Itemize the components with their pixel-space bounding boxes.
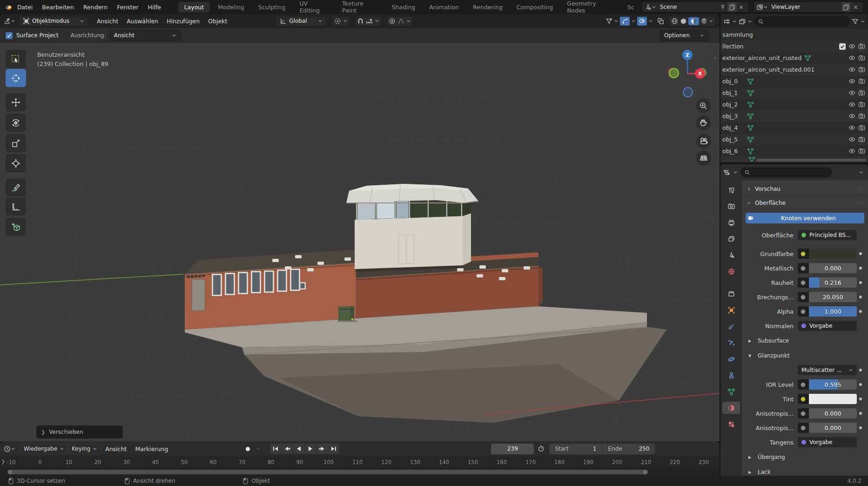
subpanel-subsurface[interactable]: ▶Subsurface: [742, 335, 868, 347]
viewport-3d[interactable]: Benutzeransicht (239) Collection | obj_8…: [0, 43, 720, 441]
zoom-button[interactable]: [696, 98, 711, 113]
eye-icon[interactable]: [848, 78, 855, 85]
eye-icon[interactable]: [848, 148, 855, 155]
outliner-horizontal-scrollbar[interactable]: [756, 159, 866, 162]
keyframe-dot[interactable]: [857, 383, 864, 386]
tab-world-properties[interactable]: [722, 265, 740, 277]
tint-color-field[interactable]: [809, 394, 857, 404]
menu-fenster[interactable]: Fenster: [112, 4, 143, 11]
tool-select-box[interactable]: [6, 50, 26, 68]
region-collapse-arrow[interactable]: ‹: [714, 54, 716, 61]
outliner-row-object[interactable]: exterior_aircon_unit_rusted: [720, 52, 868, 64]
editor-type-icon[interactable]: [4, 446, 11, 452]
navigation-gizmo[interactable]: X Z: [668, 49, 715, 99]
eye-icon[interactable]: [848, 124, 855, 131]
keyframe-dot[interactable]: [857, 398, 864, 400]
end-frame-field[interactable]: Ende 250: [602, 444, 655, 454]
properties-search-input[interactable]: [753, 169, 828, 176]
tab-uv-editing[interactable]: UV Editing: [293, 0, 334, 16]
tab-geometry-nodes[interactable]: Geometry Nodes: [561, 0, 619, 16]
chevron-down-icon[interactable]: [709, 19, 713, 23]
ausrichtung-select[interactable]: Ansicht: [110, 30, 181, 41]
chevron-down-icon[interactable]: [861, 19, 865, 24]
roughness-slider[interactable]: 0.216: [809, 277, 857, 288]
anisotropic-rotation-slider[interactable]: 0.000: [809, 423, 857, 433]
pan-hand-button[interactable]: [696, 115, 711, 130]
alpha-slider[interactable]: 1.000: [809, 306, 857, 317]
current-frame-field[interactable]: 239: [491, 444, 534, 454]
previous-keyframe-button[interactable]: [282, 444, 293, 454]
outliner-search[interactable]: [754, 17, 850, 27]
blender-logo[interactable]: [4, 2, 13, 12]
shading-wireframe-toggle[interactable]: [671, 17, 679, 25]
tab-compositing[interactable]: Compositing: [511, 2, 559, 13]
timeline-ruler[interactable]: ❯ -10 0 10 20 30 40 50 60 70 80 90 100 1…: [0, 456, 720, 468]
keyframe-dot[interactable]: [857, 426, 864, 429]
tab-sculpting[interactable]: Sculpting: [252, 2, 291, 13]
tab-scene-properties[interactable]: [722, 249, 740, 261]
scene-selector[interactable]: Scene: [641, 1, 749, 13]
outliner-row-object[interactable]: exterior_aircon_unit_rusted.001: [720, 64, 868, 75]
eye-icon[interactable]: [848, 43, 855, 50]
keyframe-dot[interactable]: [857, 267, 864, 270]
tab-viewlayer-properties[interactable]: [722, 233, 740, 245]
eye-icon[interactable]: [848, 113, 855, 120]
camera-render-icon[interactable]: [858, 113, 865, 120]
keyframe-dot[interactable]: [857, 369, 864, 371]
menu-bearbeiten[interactable]: Bearbeiten: [37, 4, 79, 11]
viewlayer-selector[interactable]: ViewLayer: [753, 1, 863, 13]
pin-icon[interactable]: [718, 2, 727, 12]
mode-selector[interactable]: Objektmodus: [19, 16, 88, 27]
multiscatter-select[interactable]: Multiscatter ...: [798, 365, 857, 375]
input-socket-button[interactable]: [798, 263, 809, 273]
camera-render-icon[interactable]: [858, 54, 865, 61]
outliner-row-object[interactable]: obj_3: [720, 110, 868, 122]
panel-oberflaeche[interactable]: Oberfläche ::::: [742, 197, 868, 209]
tab-rendering[interactable]: Rendering: [467, 2, 509, 13]
metallic-slider[interactable]: 0.000: [809, 263, 857, 273]
menu-hilfe[interactable]: Hilfe: [143, 4, 166, 11]
tool-transform[interactable]: [6, 154, 26, 172]
camera-render-icon[interactable]: [858, 136, 865, 143]
expand-arrow[interactable]: ❯: [1, 459, 5, 465]
input-socket-button[interactable]: [798, 292, 809, 302]
keyframe-dot[interactable]: [857, 281, 864, 284]
xray-toggle[interactable]: [657, 18, 664, 25]
camera-view-button[interactable]: [696, 134, 711, 148]
menu-rendern[interactable]: Rendern: [79, 4, 112, 11]
outliner-row-collection[interactable]: llection: [720, 40, 868, 52]
base-color-field[interactable]: [809, 249, 857, 259]
keyframe-dot[interactable]: [857, 412, 864, 415]
eye-icon[interactable]: [848, 89, 855, 96]
tab-modifier-properties[interactable]: [722, 320, 740, 332]
input-socket-button[interactable]: [798, 394, 809, 404]
auto-keying-button[interactable]: [242, 444, 253, 454]
outliner-row-object[interactable]: obj_1: [720, 87, 868, 99]
tab-constraint-properties[interactable]: [722, 369, 740, 381]
input-socket-button[interactable]: [798, 306, 809, 317]
camera-render-icon[interactable]: [858, 43, 865, 50]
tab-layout[interactable]: Layout: [178, 2, 210, 13]
tab-object-properties[interactable]: [722, 304, 740, 316]
menu-hinzufuegen[interactable]: Hinzufügen: [162, 18, 204, 25]
keyframe-dot[interactable]: [857, 310, 864, 313]
menu-ansicht[interactable]: Ansicht: [101, 446, 131, 452]
input-socket-button[interactable]: [798, 408, 809, 418]
menu-datei[interactable]: Datei: [13, 4, 37, 11]
exclude-checkbox[interactable]: [839, 43, 846, 50]
tool-scale[interactable]: [6, 134, 26, 152]
tool-rotate[interactable]: [6, 114, 26, 132]
jump-to-end-button[interactable]: [328, 444, 339, 454]
subpanel-uebergang[interactable]: ▶Übergang: [742, 451, 868, 463]
camera-render-icon[interactable]: [858, 124, 865, 131]
camera-render-icon[interactable]: [858, 101, 865, 108]
subpanel-lack[interactable]: ▶Lack: [742, 466, 868, 476]
editor-type-icon[interactable]: [4, 18, 11, 25]
subpanel-glanzpunkt[interactable]: ▼Glanzpunkt: [742, 350, 868, 362]
chevron-down-icon[interactable]: [614, 19, 619, 23]
keyframe-dot[interactable]: [857, 296, 864, 298]
chevron-down-icon[interactable]: [859, 170, 863, 175]
proportional-editing-controls[interactable]: [386, 16, 413, 27]
menu-markierung[interactable]: Markierung: [131, 446, 172, 452]
display-mode-icon[interactable]: [723, 18, 730, 25]
